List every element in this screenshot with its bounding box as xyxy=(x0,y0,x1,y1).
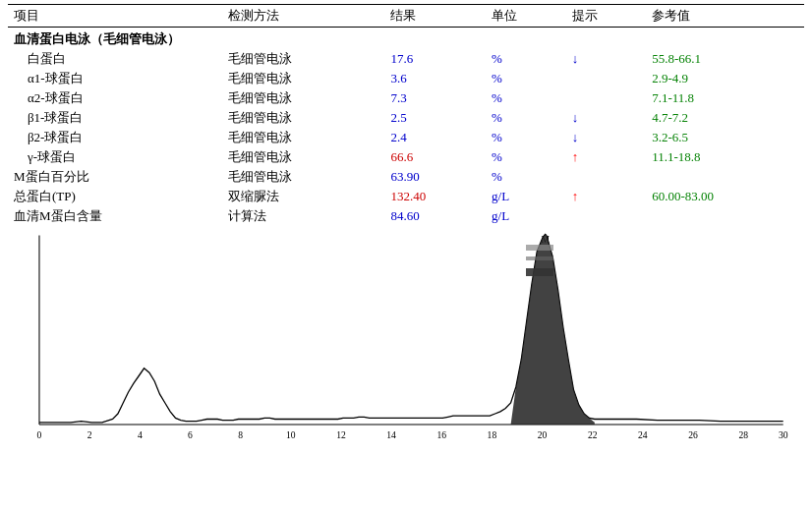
item-ref: 60.00-83.00 xyxy=(646,187,804,206)
item-result: 7.3 xyxy=(384,88,486,108)
table-row: 血清M蛋白含量 计算法 84.60 g/L xyxy=(8,206,804,226)
item-ref: 3.2-6.5 xyxy=(646,128,804,147)
item-result: 66.6 xyxy=(384,147,486,167)
svg-text:0: 0 xyxy=(37,429,42,440)
svg-text:30: 30 xyxy=(779,429,788,440)
svg-text:2: 2 xyxy=(87,429,92,440)
table-row: β2-球蛋白 毛细管电泳 2.4 % ↓ 3.2-6.5 xyxy=(8,128,804,147)
item-method: 毛细管电泳 xyxy=(222,108,384,128)
item-hint: ↓ xyxy=(566,49,647,69)
svg-text:4: 4 xyxy=(138,429,143,440)
item-hint: ↓ xyxy=(566,108,647,128)
table-row: β1-球蛋白 毛细管电泳 2.5 % ↓ 4.7-7.2 xyxy=(8,108,804,128)
col-header-unit: 单位 xyxy=(486,5,566,28)
chart-area: 0 2 4 6 8 10 12 14 16 18 20 22 24 26 28 … xyxy=(8,230,804,456)
item-method: 毛细管电泳 xyxy=(222,167,384,187)
svg-rect-0 xyxy=(8,230,804,441)
item-ref: 4.7-7.2 xyxy=(646,108,804,128)
item-name: 血清M蛋白含量 xyxy=(8,206,222,226)
item-unit: % xyxy=(486,167,566,187)
item-result: 17.6 xyxy=(384,49,486,69)
item-hint: ↑ xyxy=(566,187,647,206)
item-ref xyxy=(646,167,804,187)
item-name: 白蛋白 xyxy=(8,49,222,69)
item-unit: % xyxy=(486,88,566,108)
item-name: M蛋白百分比 xyxy=(8,167,222,187)
table-row: 总蛋白(TP) 双缩脲法 132.40 g/L ↑ 60.00-83.00 xyxy=(8,187,804,206)
svg-text:26: 26 xyxy=(688,429,698,440)
item-result: 84.60 xyxy=(384,206,486,226)
main-container: 项目 检测方法 结果 单位 提示 参考值 血清蛋白电泳（毛细管电泳） 白蛋白 毛… xyxy=(0,0,812,511)
svg-text:8: 8 xyxy=(238,429,243,440)
item-ref xyxy=(646,206,804,226)
item-unit: % xyxy=(486,147,566,167)
table-row: γ-球蛋白 毛细管电泳 66.6 % ↑ 11.1-18.8 xyxy=(8,147,804,167)
svg-text:20: 20 xyxy=(538,429,548,440)
item-method: 毛细管电泳 xyxy=(222,69,384,88)
item-name: γ-球蛋白 xyxy=(8,147,222,167)
table-row: α2-球蛋白 毛细管电泳 7.3 % 7.1-11.8 xyxy=(8,88,804,108)
table-row: 白蛋白 毛细管电泳 17.6 % ↓ 55.8-66.1 xyxy=(8,49,804,69)
item-hint: ↑ xyxy=(566,147,647,167)
svg-text:18: 18 xyxy=(488,429,497,440)
item-ref: 7.1-11.8 xyxy=(646,88,804,108)
item-unit: % xyxy=(486,108,566,128)
table-row: α1-球蛋白 毛细管电泳 3.6 % 2.9-4.9 xyxy=(8,69,804,88)
svg-text:28: 28 xyxy=(738,429,748,440)
svg-text:12: 12 xyxy=(336,429,346,440)
item-hint xyxy=(566,69,647,88)
item-hint xyxy=(566,167,647,187)
item-name: β2-球蛋白 xyxy=(8,128,222,147)
item-result: 63.90 xyxy=(384,167,486,187)
item-ref: 55.8-66.1 xyxy=(646,49,804,69)
svg-text:10: 10 xyxy=(286,429,296,440)
item-result: 2.5 xyxy=(384,108,486,128)
item-unit: % xyxy=(486,69,566,88)
svg-text:22: 22 xyxy=(588,429,598,440)
item-unit: g/L xyxy=(486,206,566,226)
item-method: 毛细管电泳 xyxy=(222,128,384,147)
item-method: 毛细管电泳 xyxy=(222,147,384,167)
item-unit: % xyxy=(486,128,566,147)
section-header-row: 血清蛋白电泳（毛细管电泳） xyxy=(8,28,804,50)
item-ref: 2.9-4.9 xyxy=(646,69,804,88)
item-name: α1-球蛋白 xyxy=(8,69,222,88)
item-name: α2-球蛋白 xyxy=(8,88,222,108)
item-name: β1-球蛋白 xyxy=(8,108,222,128)
results-table: 项目 检测方法 结果 单位 提示 参考值 血清蛋白电泳（毛细管电泳） 白蛋白 毛… xyxy=(8,4,804,226)
item-method: 双缩脲法 xyxy=(222,187,384,206)
svg-text:6: 6 xyxy=(188,429,193,440)
band-2 xyxy=(526,256,553,260)
svg-text:14: 14 xyxy=(386,429,396,440)
band-1 xyxy=(526,245,553,251)
col-header-result: 结果 xyxy=(384,5,486,28)
table-row: M蛋白百分比 毛细管电泳 63.90 % xyxy=(8,167,804,187)
col-header-ref: 参考值 xyxy=(646,5,804,28)
svg-text:24: 24 xyxy=(638,429,648,440)
band-3 xyxy=(526,268,553,276)
table-header-row: 项目 检测方法 结果 单位 提示 参考值 xyxy=(8,5,804,28)
item-unit: % xyxy=(486,49,566,69)
item-hint xyxy=(566,88,647,108)
item-unit: g/L xyxy=(486,187,566,206)
item-hint: ↓ xyxy=(566,128,647,147)
item-ref: 11.1-18.8 xyxy=(646,147,804,167)
item-result: 132.40 xyxy=(384,187,486,206)
item-method: 毛细管电泳 xyxy=(222,49,384,69)
col-header-method: 检测方法 xyxy=(222,5,384,28)
item-method: 计算法 xyxy=(222,206,384,226)
col-header-item: 项目 xyxy=(8,5,222,28)
svg-text:16: 16 xyxy=(436,429,446,440)
item-name: 总蛋白(TP) xyxy=(8,187,222,206)
section-title: 血清蛋白电泳（毛细管电泳） xyxy=(8,28,804,50)
item-hint xyxy=(566,206,647,226)
item-result: 3.6 xyxy=(384,69,486,88)
item-method: 毛细管电泳 xyxy=(222,88,384,108)
electrophoresis-chart: 0 2 4 6 8 10 12 14 16 18 20 22 24 26 28 … xyxy=(8,230,804,446)
item-result: 2.4 xyxy=(384,128,486,147)
gel-bands xyxy=(526,245,553,276)
col-header-hint: 提示 xyxy=(566,5,647,28)
